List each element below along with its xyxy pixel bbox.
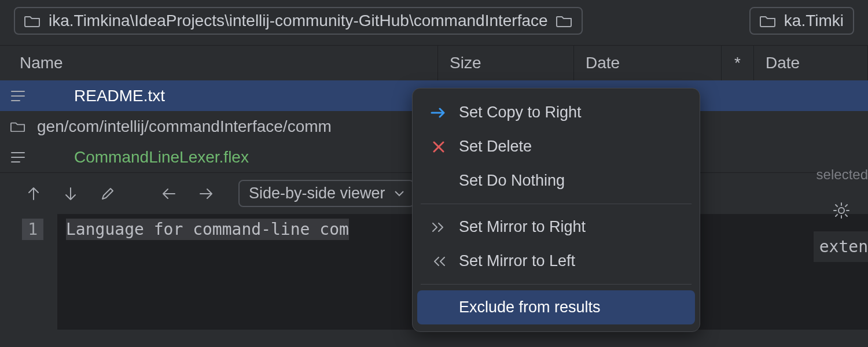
text-file-icon: [10, 89, 25, 103]
menu-mirror-right[interactable]: Set Mirror to Right: [417, 210, 695, 244]
code-area[interactable]: Language for command-line com: [58, 214, 357, 330]
file-name: CommandLineLexer.flex: [74, 148, 249, 167]
chevrons-right-icon: [430, 219, 447, 236]
column-date-right[interactable]: Date: [754, 46, 868, 80]
viewer-mode-label: Side-by-side viewer: [249, 184, 385, 202]
spacer: [430, 299, 447, 316]
svg-point-0: [838, 208, 844, 213]
column-size[interactable]: Size: [438, 46, 574, 80]
right-code-fragment: exten: [814, 231, 868, 262]
line-number: 1: [22, 219, 43, 240]
menu-set-delete[interactable]: Set Delete: [417, 130, 695, 164]
column-headers: Name Size Date * Date: [0, 45, 868, 80]
chevron-down-icon: [395, 190, 404, 197]
column-star[interactable]: *: [722, 46, 754, 80]
context-menu: Set Copy to Right Set Delete Set Do Noth…: [412, 88, 700, 332]
arrow-right-blue-icon: [430, 104, 447, 121]
left-path-pill[interactable]: ika.Timkina\IdeaProjects\intellij-commun…: [14, 7, 583, 35]
right-path-text: ka.Timki: [784, 12, 844, 30]
path-bar: ika.Timkina\IdeaProjects\intellij-commun…: [0, 0, 868, 45]
close-red-icon: [430, 138, 447, 156]
line-gutter: 1: [0, 214, 58, 330]
viewer-mode-select[interactable]: Side-by-side viewer: [238, 180, 414, 207]
menu-label: Set Copy to Right: [459, 104, 582, 121]
column-name[interactable]: Name: [0, 46, 438, 80]
left-path-text: ika.Timkina\IdeaProjects\intellij-commun…: [49, 12, 548, 30]
arrow-right-icon[interactable]: [196, 183, 216, 204]
file-name: README.txt: [74, 87, 165, 105]
menu-label: Set Delete: [459, 138, 532, 156]
menu-label: Set Do Nothing: [459, 172, 565, 190]
menu-mirror-left[interactable]: Set Mirror to Left: [417, 244, 695, 278]
menu-separator: [421, 284, 692, 285]
menu-label: Set Mirror to Left: [459, 252, 575, 270]
menu-set-do-nothing[interactable]: Set Do Nothing: [417, 164, 695, 198]
folder-name: gen/com/intellij/commandInterface/comm: [37, 117, 332, 136]
arrow-down-icon[interactable]: [60, 183, 81, 204]
folder-icon: [24, 14, 41, 27]
folder-icon: [10, 120, 25, 133]
spacer: [430, 172, 447, 190]
code-line: Language for command-line com: [66, 219, 349, 240]
selected-hint: selected: [816, 167, 868, 183]
chevrons-left-icon: [430, 253, 447, 270]
menu-separator: [421, 204, 692, 204]
right-path-pill[interactable]: ka.Timki: [749, 7, 854, 35]
text-file-icon: [10, 150, 25, 164]
arrow-left-icon[interactable]: [159, 183, 179, 204]
folder-icon: [760, 14, 776, 27]
settings-icon[interactable]: [832, 201, 851, 220]
menu-label: Set Mirror to Right: [459, 218, 586, 236]
menu-set-copy-right[interactable]: Set Copy to Right: [417, 95, 695, 130]
folder-open-icon[interactable]: [556, 14, 572, 27]
menu-label: Exclude from results: [459, 298, 601, 316]
arrow-up-icon[interactable]: [23, 183, 44, 204]
column-date[interactable]: Date: [574, 46, 722, 80]
menu-exclude-results[interactable]: Exclude from results: [417, 290, 695, 324]
edit-icon[interactable]: [97, 183, 118, 204]
